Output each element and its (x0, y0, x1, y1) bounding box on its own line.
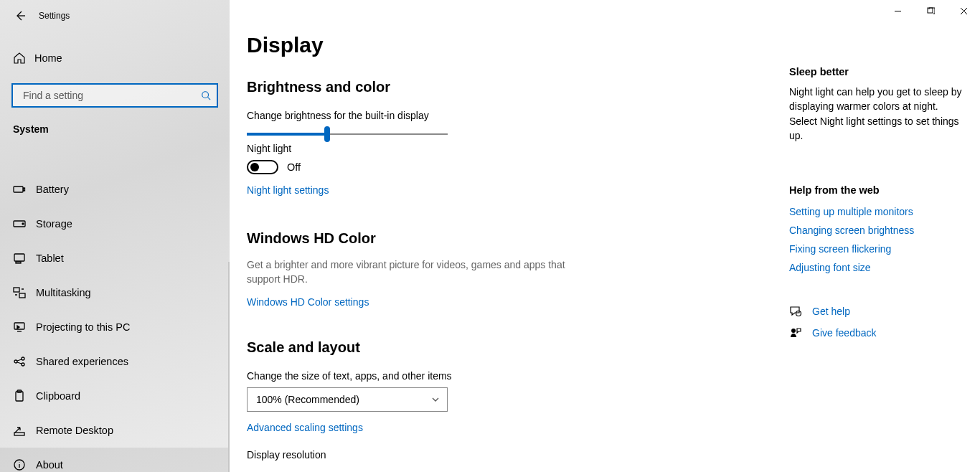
close-button[interactable] (947, 0, 980, 22)
sidebar-home[interactable]: Home (0, 42, 230, 75)
right-pane: Sleep better Night light can help you ge… (789, 0, 980, 472)
hdcolor-settings-link[interactable]: Windows HD Color settings (247, 296, 369, 308)
svg-point-0 (202, 92, 209, 98)
feedback-icon (789, 326, 802, 339)
help-link-multimon[interactable]: Setting up multiple monitors (789, 206, 964, 217)
section-scale: Scale and layout (247, 339, 760, 356)
give-feedback-row[interactable]: Give feedback (789, 326, 964, 339)
get-help-icon (789, 305, 802, 318)
svg-point-18 (796, 311, 801, 316)
sidebar-item-tablet[interactable]: Tablet (0, 241, 230, 275)
arrow-left-icon (14, 10, 26, 22)
category-heading: System (13, 123, 230, 135)
scale-size-select[interactable]: 100% (Recommended) (247, 387, 448, 412)
svg-point-4 (22, 223, 24, 225)
give-feedback-label: Give feedback (812, 327, 877, 339)
sidebar-item-label: Multitasking (36, 287, 91, 298)
multitasking-icon (13, 286, 26, 299)
sidebar-item-projecting[interactable]: Projecting to this PC (0, 310, 230, 344)
projecting-icon (13, 321, 26, 334)
svg-rect-5 (14, 254, 24, 261)
scale-size-label: Change the size of text, apps, and other… (247, 370, 760, 382)
sidebar-item-remote[interactable]: Remote Desktop (0, 413, 230, 448)
sidebar-item-label: Tablet (36, 252, 64, 264)
sleep-heading: Sleep better (789, 66, 964, 77)
section-brightness: Brightness and color (247, 79, 760, 95)
help-link-flicker[interactable]: Fixing screen flickering (789, 243, 964, 255)
app-title: Settings (39, 11, 70, 21)
search-input[interactable] (22, 89, 201, 102)
main: Display Brightness and color Change brig… (230, 0, 980, 472)
svg-point-19 (791, 329, 796, 333)
sidebar-item-label: Storage (36, 218, 72, 230)
get-help-label: Get help (812, 306, 850, 317)
night-light-label: Night light (247, 143, 760, 154)
svg-rect-15 (14, 433, 24, 435)
svg-point-12 (22, 363, 24, 366)
sidebar-item-label: Shared experiences (36, 356, 128, 367)
minimize-button[interactable] (881, 0, 914, 22)
brightness-slider-label: Change brightness for the built-in displ… (247, 110, 760, 121)
svg-rect-6 (16, 262, 21, 263)
sidebar-item-shared[interactable]: Shared experiences (0, 344, 230, 379)
sidebar-item-clipboard[interactable]: Clipboard (0, 379, 230, 413)
sleep-body: Night light can help you get to sleep by… (789, 85, 964, 143)
night-light-toggle[interactable] (247, 160, 278, 174)
get-help-row[interactable]: Get help (789, 305, 964, 318)
sidebar-item-label: Battery (36, 184, 69, 195)
search-icon (201, 90, 211, 100)
svg-rect-1 (14, 187, 23, 192)
sidebar-item-label: About (36, 459, 63, 471)
home-label: Home (34, 52, 62, 64)
scale-size-value: 100% (Recommended) (256, 394, 359, 405)
help-heading: Help from the web (789, 184, 964, 196)
info-icon (13, 458, 26, 471)
sidebar-item-label: Remote Desktop (36, 425, 113, 436)
clipboard-icon (13, 390, 26, 402)
help-link-fontsize[interactable]: Adjusting font size (789, 262, 964, 273)
sidebar-item-storage[interactable]: Storage (0, 207, 230, 241)
sidebar-item-label: Projecting to this PC (36, 321, 130, 333)
sidebar-item-about[interactable]: About (0, 448, 230, 472)
svg-rect-8 (19, 293, 25, 298)
night-light-state: Off (287, 161, 301, 173)
hdcolor-desc: Get a brighter and more vibrant picture … (247, 258, 577, 286)
brightness-slider[interactable] (247, 127, 448, 128)
tablet-icon (13, 252, 26, 265)
storage-icon (13, 217, 26, 230)
svg-rect-7 (14, 288, 19, 292)
content: Display Brightness and color Change brig… (230, 0, 789, 472)
advanced-scaling-link[interactable]: Advanced scaling settings (247, 422, 363, 433)
night-light-settings-link[interactable]: Night light settings (247, 184, 329, 196)
window-controls (881, 0, 980, 22)
page-title: Display (247, 33, 760, 57)
chevron-down-icon (431, 395, 440, 404)
nav-list: Battery Storage Tablet Multitasking Proj… (0, 172, 230, 472)
sidebar-item-label: Clipboard (36, 390, 80, 402)
back-button[interactable] (6, 1, 34, 30)
section-hdcolor: Windows HD Color (247, 230, 760, 247)
remote-desktop-icon (13, 424, 26, 437)
shared-icon (13, 355, 26, 368)
search-box[interactable] (11, 83, 218, 108)
sidebar-item-battery[interactable]: Battery (0, 172, 230, 207)
svg-point-10 (14, 360, 17, 363)
slider-thumb[interactable] (324, 126, 330, 142)
sidebar: Settings Home System Battery Storage (0, 0, 230, 472)
resolution-label: Display resolution (247, 449, 760, 461)
maximize-button[interactable] (914, 0, 947, 22)
battery-icon (13, 183, 26, 196)
help-link-brightness[interactable]: Changing screen brightness (789, 225, 964, 236)
svg-rect-13 (16, 392, 23, 401)
svg-rect-2 (24, 188, 25, 191)
home-icon (13, 52, 26, 65)
svg-point-11 (22, 357, 24, 360)
sidebar-item-multitasking[interactable]: Multitasking (0, 275, 230, 310)
svg-rect-17 (928, 8, 933, 13)
svg-rect-9 (14, 323, 24, 329)
